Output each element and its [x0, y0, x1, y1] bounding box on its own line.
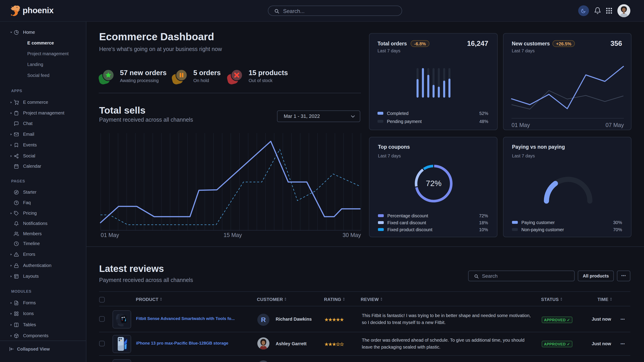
svg-text:15 May: 15 May	[224, 232, 242, 238]
svg-text:01 May: 01 May	[101, 232, 119, 238]
svg-text:07 May: 07 May	[606, 122, 624, 128]
svg-text:01 May: 01 May	[512, 122, 530, 128]
svg-text:30 May: 30 May	[342, 232, 361, 238]
